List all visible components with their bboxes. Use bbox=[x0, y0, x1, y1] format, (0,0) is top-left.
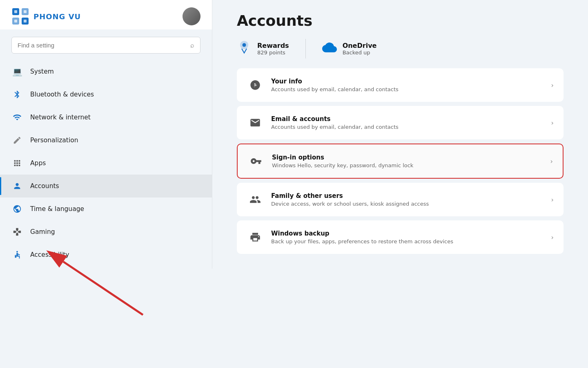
sidebar-item-label: Personalization bbox=[30, 137, 78, 144]
sidebar-item-label: Time & language bbox=[30, 205, 84, 213]
top-cards: Rewards 829 points OneDrive Backed up bbox=[237, 39, 564, 58]
main-content: Accounts Rewards 829 points bbox=[212, 0, 588, 368]
svg-point-8 bbox=[16, 251, 18, 253]
email-chevron: › bbox=[551, 119, 554, 127]
svg-line-10 bbox=[63, 262, 143, 315]
svg-rect-5 bbox=[24, 10, 27, 13]
email-sub: Accounts used by email, calendar, and co… bbox=[271, 124, 544, 130]
signin-title: Sign-in options bbox=[272, 154, 543, 161]
search-input[interactable] bbox=[18, 42, 187, 49]
sidebar-item-label: Apps bbox=[30, 159, 46, 167]
backup-sub: Back up your files, apps, preferences to… bbox=[271, 238, 544, 245]
rewards-icon bbox=[237, 40, 252, 58]
signin-icon bbox=[247, 153, 265, 170]
network-icon bbox=[11, 112, 23, 123]
search-box[interactable]: ⌕ bbox=[11, 37, 200, 54]
onedrive-label: OneDrive bbox=[343, 42, 377, 49]
settings-card-email[interactable]: Email & accounts Accounts used by email,… bbox=[237, 106, 564, 139]
sidebar-item-network[interactable]: Network & internet bbox=[0, 106, 212, 129]
your-info-chevron: › bbox=[551, 81, 554, 89]
svg-point-12 bbox=[243, 43, 246, 47]
onedrive-card[interactable]: OneDrive Backed up bbox=[322, 39, 377, 58]
backup-chevron: › bbox=[551, 233, 554, 241]
signin-sub: Windows Hello, security key, password, d… bbox=[272, 162, 543, 168]
gaming-icon bbox=[11, 226, 23, 238]
email-title: Email & accounts bbox=[271, 115, 544, 123]
rewards-value: 829 points bbox=[257, 49, 289, 56]
sidebar-item-apps[interactable]: Apps bbox=[0, 152, 212, 175]
family-chevron: › bbox=[551, 196, 554, 204]
sidebar-item-accessibility[interactable]: Accessibility bbox=[0, 243, 212, 266]
family-title: Family & other users bbox=[271, 192, 544, 200]
svg-rect-6 bbox=[14, 20, 17, 22]
accessibility-icon bbox=[11, 249, 23, 260]
nav-list: 💻 System Bluetooth & devices Network & i… bbox=[0, 58, 212, 269]
apps-icon bbox=[11, 157, 23, 169]
sidebar-item-gaming[interactable]: Gaming bbox=[0, 220, 212, 243]
svg-rect-13 bbox=[252, 82, 255, 84]
accounts-icon bbox=[11, 180, 23, 192]
family-icon bbox=[247, 191, 264, 208]
sidebar-item-bluetooth[interactable]: Bluetooth & devices bbox=[0, 83, 212, 106]
sidebar-item-label: Network & internet bbox=[30, 114, 91, 121]
page-title: Accounts bbox=[237, 12, 564, 29]
settings-card-backup[interactable]: Windows backup Back up your files, apps,… bbox=[237, 220, 564, 254]
sidebar-item-accounts[interactable]: Accounts bbox=[0, 175, 212, 197]
system-icon: 💻 bbox=[11, 66, 23, 77]
settings-card-signin[interactable]: Sign-in options Windows Hello, security … bbox=[237, 144, 564, 179]
svg-rect-15 bbox=[252, 86, 257, 87]
svg-rect-4 bbox=[14, 10, 17, 13]
your-info-title: Your info bbox=[271, 78, 544, 85]
brand-name: PHONG VU bbox=[33, 12, 81, 21]
signin-chevron: › bbox=[550, 157, 553, 165]
sidebar-item-label: System bbox=[30, 68, 54, 75]
personalization-icon bbox=[11, 135, 23, 146]
svg-rect-7 bbox=[24, 20, 27, 22]
rewards-label: Rewards bbox=[257, 42, 289, 49]
sidebar-item-label: Accounts bbox=[30, 182, 59, 190]
backup-title: Windows backup bbox=[271, 230, 544, 237]
email-icon bbox=[247, 114, 264, 131]
svg-rect-14 bbox=[252, 85, 258, 85]
logo-icon bbox=[11, 7, 29, 25]
settings-card-your-info[interactable]: Your info Accounts used by email, calend… bbox=[237, 68, 564, 102]
onedrive-icon bbox=[322, 40, 337, 58]
sidebar-item-label: Gaming bbox=[30, 228, 55, 236]
sidebar-item-personalization[interactable]: Personalization bbox=[0, 129, 212, 152]
rewards-card[interactable]: Rewards 829 points bbox=[237, 39, 289, 58]
your-info-icon bbox=[247, 76, 264, 94]
logo-area: PHONG VU bbox=[11, 7, 81, 25]
settings-card-family[interactable]: Family & other users Device access, work… bbox=[237, 183, 564, 216]
time-icon bbox=[11, 203, 23, 215]
search-icon: ⌕ bbox=[190, 41, 194, 49]
sidebar-item-time[interactable]: Time & language bbox=[0, 197, 212, 220]
your-info-sub: Accounts used by email, calendar, and co… bbox=[271, 86, 544, 92]
sidebar-item-label: Bluetooth & devices bbox=[30, 91, 94, 98]
sidebar-item-system[interactable]: 💻 System bbox=[0, 60, 212, 83]
family-sub: Device access, work or school users, kio… bbox=[271, 201, 544, 207]
card-divider bbox=[305, 39, 306, 58]
sidebar-item-label: Accessibility bbox=[30, 251, 69, 258]
backup-icon bbox=[247, 229, 264, 246]
avatar[interactable] bbox=[183, 7, 200, 25]
onedrive-value: Backed up bbox=[343, 49, 377, 56]
bluetooth-icon bbox=[11, 89, 23, 100]
